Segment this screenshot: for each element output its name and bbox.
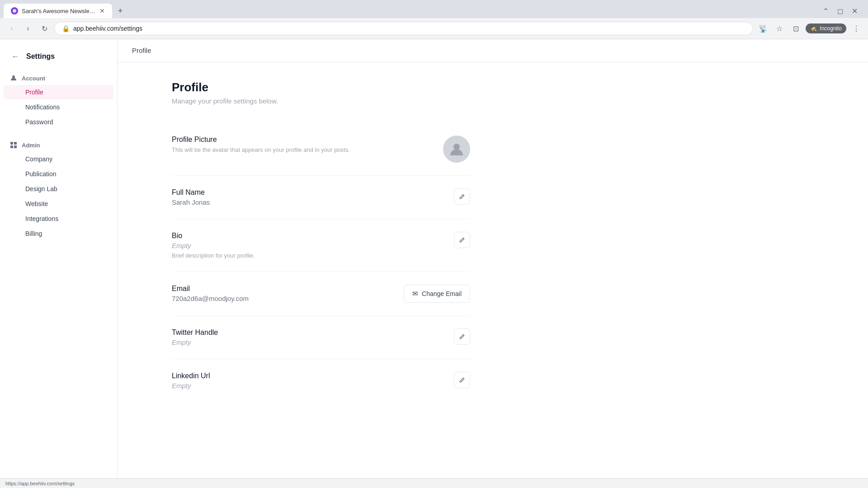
page-header: Profile: [118, 39, 868, 62]
avatar[interactable]: [443, 136, 470, 163]
change-email-button[interactable]: ✉ Change Email: [404, 285, 470, 303]
page-title: Profile: [172, 80, 470, 94]
forward-nav-button[interactable]: ›: [22, 22, 34, 35]
bio-description: Brief description for your profile.: [172, 252, 434, 259]
url-bar[interactable]: 🔒 app.beehiiv.com/settings: [54, 22, 753, 35]
edit-full-name-button[interactable]: [454, 188, 470, 205]
svg-point-6: [453, 144, 460, 150]
bio-value: Empty: [172, 242, 434, 249]
linkedin-url-row: Linkedin Url Empty: [172, 359, 470, 402]
linkedin-url-info: Linkedin Url Empty: [172, 372, 434, 389]
svg-point-0: [13, 9, 16, 13]
twitter-handle-value: Empty: [172, 338, 434, 346]
bio-row: Bio Empty Brief description for your pro…: [172, 219, 470, 272]
sidebar-section-account-header: Account: [0, 70, 117, 84]
sidebar-item-password[interactable]: Password: [4, 115, 113, 129]
edit-bio-button[interactable]: [454, 232, 470, 248]
profile-picture-info: Profile Picture This will be the avatar …: [172, 136, 434, 153]
svg-rect-5: [14, 145, 17, 148]
sidebar-back-button[interactable]: ←: [9, 50, 22, 63]
admin-section-label: Admin: [22, 142, 40, 149]
full-name-right: [434, 188, 470, 205]
linkedin-url-value: Empty: [172, 382, 434, 389]
twitter-handle-label: Twitter Handle: [172, 328, 434, 337]
close-window-button[interactable]: ✕: [848, 5, 861, 17]
bookmark-icon[interactable]: ☆: [773, 22, 786, 35]
sidebar-section-admin: Admin Company Publication Design Lab Web…: [0, 137, 117, 241]
bio-info: Bio Empty Brief description for your pro…: [172, 232, 434, 259]
sidebar-item-billing[interactable]: Billing: [4, 226, 113, 241]
sidebar-item-publication[interactable]: Publication: [4, 167, 113, 181]
email-row: Email 720a2d6a@moodjoy.com ✉ Change Emai…: [172, 272, 470, 316]
restore-button[interactable]: ◻: [834, 5, 846, 17]
profile-picture-description: This will be the avatar that appears on …: [172, 146, 434, 153]
tab-favicon: [11, 7, 18, 14]
sidebar-header: ← Settings: [0, 47, 117, 70]
sidebar-item-profile[interactable]: Profile: [4, 85, 113, 99]
twitter-handle-right: [434, 328, 470, 345]
browser-chrome: Sarah's Awesome Newsletter - b... ✕ + ⌃ …: [0, 0, 868, 39]
content-area: Profile Manage your profile settings bel…: [118, 62, 524, 420]
new-tab-button[interactable]: +: [114, 5, 127, 17]
cast-icon[interactable]: 📡: [757, 22, 769, 35]
back-nav-button[interactable]: ‹: [5, 22, 18, 35]
sidebar-section-admin-header: Admin: [0, 137, 117, 151]
email-info: Email 720a2d6a@moodjoy.com: [172, 285, 404, 302]
bio-label: Bio: [172, 232, 434, 240]
profile-browser-icon[interactable]: ⊡: [789, 22, 802, 35]
status-url: https://app.beehiiv.com/settings: [5, 481, 75, 486]
full-name-label: Full Name: [172, 188, 434, 197]
twitter-handle-row: Twitter Handle Empty: [172, 316, 470, 359]
change-email-label: Change Email: [422, 290, 462, 297]
svg-rect-4: [10, 145, 13, 148]
url-text: app.beehiiv.com/settings: [73, 25, 745, 32]
profile-picture-row: Profile Picture This will be the avatar …: [172, 123, 470, 176]
svg-rect-2: [10, 142, 13, 145]
window-controls: ⌃ ◻ ✕: [819, 5, 864, 17]
reload-button[interactable]: ↻: [38, 22, 51, 35]
admin-section-icon: [9, 141, 18, 150]
active-tab[interactable]: Sarah's Awesome Newsletter - b... ✕: [4, 4, 112, 18]
bio-right: [434, 232, 470, 248]
incognito-label: Incognito: [820, 25, 842, 32]
full-name-value: Sarah Jonas: [172, 198, 434, 206]
sidebar-section-account: Account Profile Notifications Password: [0, 70, 117, 130]
linkedin-url-right: [434, 372, 470, 388]
twitter-handle-info: Twitter Handle Empty: [172, 328, 434, 346]
page-subtitle: Manage your profile settings below.: [172, 97, 470, 105]
sidebar-item-design-lab[interactable]: Design Lab: [4, 182, 113, 196]
profile-picture-label: Profile Picture: [172, 136, 434, 144]
toolbar-icons: 📡 ☆ ⊡ 🕵 Incognito ⋮: [757, 22, 863, 35]
sidebar-item-notifications[interactable]: Notifications: [4, 100, 113, 114]
incognito-icon: 🕵: [810, 25, 817, 32]
email-right: ✉ Change Email: [404, 285, 470, 303]
email-label: Email: [172, 285, 404, 293]
minimize-button[interactable]: ⌃: [819, 5, 832, 17]
sidebar-item-integrations[interactable]: Integrations: [4, 211, 113, 226]
account-section-icon: [9, 74, 18, 83]
edit-twitter-button[interactable]: [454, 328, 470, 345]
app-container: ← Settings Account Profile Notifications…: [0, 39, 868, 478]
sidebar-title: Settings: [26, 52, 55, 61]
incognito-badge[interactable]: 🕵 Incognito: [806, 23, 846, 33]
sidebar-item-company[interactable]: Company: [4, 152, 113, 166]
sidebar-item-website[interactable]: Website: [4, 197, 113, 211]
menu-button[interactable]: ⋮: [850, 22, 863, 35]
tab-title: Sarah's Awesome Newsletter - b...: [22, 8, 96, 14]
secure-icon: 🔒: [62, 25, 70, 32]
profile-picture-right: [434, 136, 470, 163]
tab-close-button[interactable]: ✕: [99, 7, 105, 14]
full-name-info: Full Name Sarah Jonas: [172, 188, 434, 206]
linkedin-url-label: Linkedin Url: [172, 372, 434, 380]
email-value: 720a2d6a@moodjoy.com: [172, 295, 404, 302]
address-bar: ‹ › ↻ 🔒 app.beehiiv.com/settings 📡 ☆ ⊡ 🕵…: [0, 18, 868, 39]
edit-linkedin-button[interactable]: [454, 372, 470, 388]
sidebar: ← Settings Account Profile Notifications…: [0, 39, 118, 478]
breadcrumb: Profile: [132, 47, 151, 54]
status-bar: https://app.beehiiv.com/settings: [0, 478, 868, 488]
full-name-row: Full Name Sarah Jonas: [172, 176, 470, 219]
account-section-label: Account: [22, 75, 45, 82]
email-icon: ✉: [412, 290, 418, 298]
svg-rect-3: [14, 142, 17, 145]
tab-bar: Sarah's Awesome Newsletter - b... ✕ + ⌃ …: [0, 0, 868, 18]
